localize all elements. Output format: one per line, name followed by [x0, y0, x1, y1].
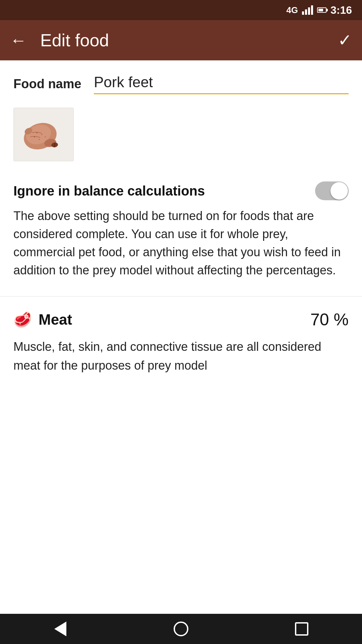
nav-bar: [0, 614, 362, 644]
status-time: 3:16: [330, 4, 352, 16]
meat-icon: 🥩: [13, 311, 32, 328]
svg-point-10: [39, 139, 40, 140]
back-icon: [54, 622, 66, 636]
network-label: 4G: [286, 5, 298, 15]
nav-recent-button[interactable]: [288, 615, 315, 642]
food-image-box[interactable]: [13, 108, 74, 161]
svg-point-6: [36, 132, 38, 133]
app-bar: ← Edit food ✓: [0, 20, 362, 60]
meat-description: Muscle, fat, skin, and connective tissue…: [13, 337, 349, 375]
svg-point-7: [42, 134, 43, 135]
status-icons: 4G 3:16: [286, 4, 352, 16]
toggle-description: The above setting should be turned on fo…: [13, 207, 349, 279]
back-button[interactable]: ←: [10, 32, 27, 49]
nav-home-button[interactable]: [168, 615, 194, 642]
food-name-label: Food name: [13, 77, 94, 91]
toggle-knob: [330, 182, 348, 200]
home-icon: [174, 622, 188, 636]
meat-percentage: 70 %: [310, 310, 349, 329]
meat-title: Meat: [39, 311, 72, 328]
battery-icon: [317, 7, 326, 13]
food-image: [18, 113, 69, 156]
svg-point-9: [45, 137, 46, 138]
recent-icon: [295, 622, 308, 636]
toggle-row: Ignore in balance calculations: [13, 181, 349, 200]
svg-point-8: [34, 136, 35, 138]
image-area[interactable]: [0, 98, 362, 171]
meat-header: 🥩 Meat 70 %: [13, 310, 349, 329]
meat-section: 🥩 Meat 70 % Muscle, fat, skin, and conne…: [0, 307, 362, 382]
section-divider: [0, 296, 362, 297]
toggle-section: Ignore in balance calculations The above…: [0, 171, 362, 286]
page-title: Edit food: [40, 30, 338, 50]
meat-title-group: 🥩 Meat: [13, 311, 72, 328]
signal-icon: [302, 5, 313, 15]
food-name-row: Food name: [0, 60, 362, 98]
toggle-label: Ignore in balance calculations: [13, 182, 205, 200]
food-name-input-wrapper: [94, 74, 349, 94]
food-name-input[interactable]: [94, 74, 349, 91]
ignore-balance-toggle[interactable]: [315, 181, 349, 200]
confirm-button[interactable]: ✓: [338, 31, 352, 50]
status-bar: 4G 3:16: [0, 0, 362, 20]
content-area: Food name: [0, 60, 362, 614]
nav-back-button[interactable]: [47, 615, 74, 642]
